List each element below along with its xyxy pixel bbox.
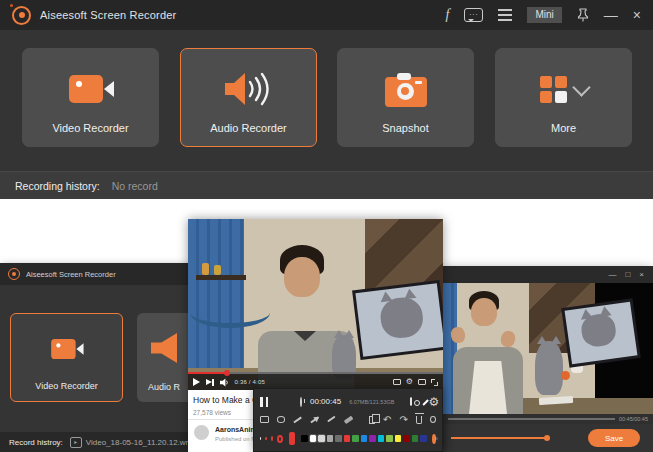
ellipse-tool[interactable] <box>277 416 286 423</box>
preview-window: — □ × 00:45/00:45 <box>443 266 653 452</box>
color-swatch[interactable] <box>318 435 325 442</box>
more-options-icon[interactable] <box>430 416 436 423</box>
audio-recorder-label: Audio R <box>137 382 191 392</box>
player-time: 0:36 / 4:05 <box>235 379 266 385</box>
theater-mode-icon[interactable] <box>418 379 426 385</box>
record-history-bar: Record histroy: ▸ Video_18-05-16_11.20.1… <box>0 432 191 452</box>
marker-tool[interactable] <box>344 415 353 423</box>
chevron-down-icon[interactable] <box>572 78 590 96</box>
preview-titlebar: — □ × <box>443 266 653 283</box>
preview-minimize-button[interactable]: — <box>608 270 616 279</box>
copy-icon[interactable] <box>369 416 375 424</box>
save-button[interactable]: Save <box>588 429 640 447</box>
snapshot-button[interactable]: Snapshot <box>337 48 474 147</box>
feedback-icon[interactable]: ... <box>464 8 483 22</box>
pause-button[interactable] <box>260 397 268 407</box>
size-dot-xlarge[interactable] <box>277 435 283 443</box>
grid-icon <box>540 76 567 103</box>
history-label: Record histroy: <box>9 438 63 447</box>
video-recorder-label: Video Recorder <box>11 381 122 391</box>
pin-on-top-icon[interactable] <box>577 8 589 22</box>
monitor <box>352 280 443 360</box>
audio-recorder-button-partial[interactable]: Audio R <box>137 313 191 402</box>
video-camera-icon <box>11 326 122 372</box>
preview-maximize-button[interactable]: □ <box>625 270 630 279</box>
color-swatch[interactable] <box>344 435 351 442</box>
minimize-button[interactable]: — <box>604 8 618 22</box>
menu-icon[interactable] <box>498 9 512 21</box>
size-dot-medium[interactable] <box>265 437 267 441</box>
color-swatch[interactable] <box>369 435 376 442</box>
size-dot-small[interactable] <box>260 437 261 440</box>
recording-toolbar: 00:00:45 6.07MB/121.53GB ⚙ ↶ ↷ <box>253 388 443 452</box>
pen-tool[interactable] <box>327 416 336 423</box>
captions-icon[interactable] <box>393 379 401 385</box>
screenshot-canvas: Aiseesoft Screen Recorder f ... Mini — ×… <box>0 0 653 452</box>
history-filename[interactable]: Video_18-05-16_11.20.12.wmv <box>86 438 191 447</box>
video-file-icon: ▸ <box>70 437 82 448</box>
mini-mode-button[interactable]: Mini <box>527 7 561 23</box>
more-button[interactable]: More <box>495 48 632 147</box>
fullscreen-icon[interactable] <box>431 379 438 386</box>
person-apron <box>469 361 507 414</box>
monitor <box>561 298 641 367</box>
video-recorder-button[interactable]: Video Recorder <box>22 48 159 147</box>
size-dot-large[interactable] <box>271 436 273 442</box>
color-swatch[interactable] <box>335 435 342 442</box>
selected-color-swatch[interactable] <box>289 432 295 445</box>
volume-slider[interactable] <box>451 437 548 439</box>
video-recorder-button-small[interactable]: Video Recorder <box>10 313 123 402</box>
color-swatch[interactable] <box>403 435 410 442</box>
next-button[interactable] <box>206 379 214 386</box>
video-recorder-label: Video Recorder <box>23 122 158 134</box>
player-progress-bar[interactable] <box>188 372 443 374</box>
preview-close-button[interactable]: × <box>639 270 644 279</box>
screenshot-camera-icon[interactable] <box>410 397 412 406</box>
audio-recorder-button[interactable]: Audio Recorder <box>180 48 317 147</box>
play-button[interactable] <box>193 378 200 386</box>
gear-icon[interactable]: ⚙ <box>428 396 439 408</box>
color-swatch[interactable] <box>327 435 334 442</box>
person-head <box>471 298 497 326</box>
preview-seek-bar[interactable]: 00:45/00:45 <box>443 414 653 424</box>
history-label: Recording history: <box>15 180 100 192</box>
volume-icon[interactable] <box>220 378 229 387</box>
color-swatch[interactable] <box>386 435 393 442</box>
trash-icon[interactable] <box>416 416 422 424</box>
camera-icon <box>338 63 473 115</box>
color-picker-icon[interactable] <box>432 434 436 444</box>
color-swatch[interactable] <box>310 435 317 442</box>
orange-lamp <box>561 371 570 380</box>
color-swatch[interactable] <box>412 435 419 442</box>
desk <box>503 398 653 414</box>
recording-history-bar: Recording history: No record <box>0 171 653 199</box>
seek-track[interactable] <box>448 418 615 420</box>
redo-button[interactable]: ↷ <box>399 415 407 425</box>
facebook-share-icon[interactable]: f <box>446 8 450 22</box>
rectangle-tool[interactable] <box>260 416 269 423</box>
undo-button[interactable]: ↶ <box>383 415 391 425</box>
window-title: Aiseesoft Screen Recorder <box>26 270 116 279</box>
color-palette <box>301 435 427 442</box>
person-right-hand <box>499 330 516 349</box>
clock-icon <box>300 397 302 407</box>
small-main-window: Aiseesoft Screen Recorder Video Recorder… <box>0 263 191 452</box>
arrow-tool[interactable] <box>310 416 318 422</box>
channel-avatar[interactable] <box>194 425 209 440</box>
history-value: No record <box>112 180 158 192</box>
speaker-icon <box>181 63 316 115</box>
color-swatch[interactable] <box>378 435 385 442</box>
color-swatch[interactable] <box>352 435 359 442</box>
color-swatch[interactable] <box>395 435 402 442</box>
close-button[interactable]: × <box>633 8 641 22</box>
color-swatch[interactable] <box>361 435 368 442</box>
color-swatch[interactable] <box>420 435 427 442</box>
preview-video-scene <box>443 283 653 414</box>
color-swatch[interactable] <box>301 435 308 442</box>
jar <box>214 265 221 275</box>
player-settings-icon[interactable]: ⚙ <box>406 378 413 386</box>
small-titlebar: Aiseesoft Screen Recorder <box>0 263 191 285</box>
app-logo-icon <box>8 268 20 280</box>
line-tool[interactable] <box>293 416 301 422</box>
recording-time: 00:00:45 <box>310 397 341 406</box>
